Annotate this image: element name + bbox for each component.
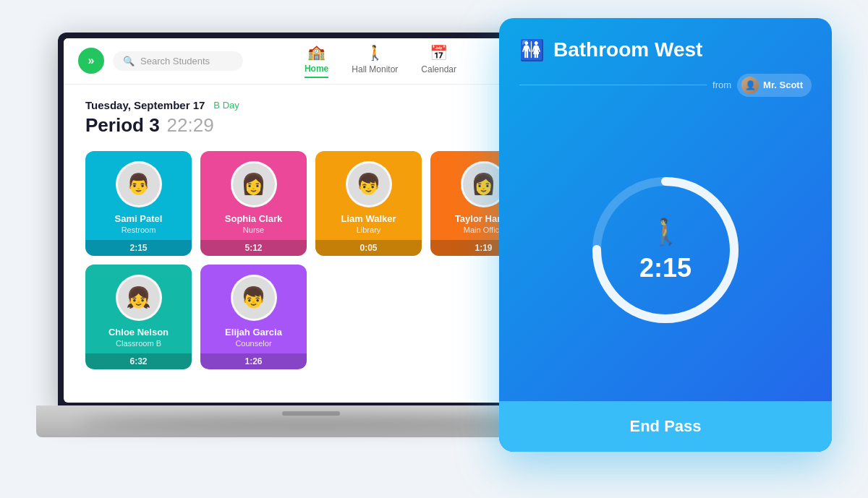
main-content: Tuesday, September 17 B Day Period 3 22:…: [64, 85, 558, 403]
timer-circle: 🚶 2:15: [586, 171, 745, 330]
student-time: 6:32: [85, 353, 192, 369]
student-time: 5:12: [200, 240, 307, 256]
from-divider: [519, 85, 707, 85]
student-time: 1:26: [200, 353, 307, 369]
period-label: Period 3: [85, 114, 160, 137]
student-avatar: 👨: [116, 161, 162, 207]
day-badge: B Day: [213, 100, 239, 111]
student-destination: Counselor: [235, 339, 271, 348]
student-cards-grid: 👨 Sami Patel Restroom 2:15 👩 Sophia Clar…: [85, 151, 537, 369]
student-card[interactable]: 👨 Sami Patel Restroom 2:15: [85, 151, 192, 256]
app-logo[interactable]: »: [78, 48, 104, 74]
nav-tabs: 🏫 Home 🚶 Hall Monitor 📅 Calendar: [305, 43, 456, 78]
student-name: Sophia Clark: [225, 213, 282, 224]
timer-container: 🚶 2:15: [519, 111, 812, 390]
student-destination: Classroom B: [116, 339, 161, 348]
from-label: from: [712, 80, 731, 90]
teacher-badge: 👤 Mr. Scott: [737, 74, 812, 97]
teacher-avatar: 👤: [741, 77, 759, 94]
student-card[interactable]: 👧 Chloe Nelson Classroom B 6:32: [85, 265, 192, 369]
student-time: 2:15: [85, 240, 192, 256]
student-avatar: 👦: [231, 275, 277, 321]
pass-panel: 🚻 Bathroom West from 👤 Mr. Scott 🚶: [499, 18, 832, 452]
pass-header: 🚻 Bathroom West: [519, 38, 812, 62]
laptop-shadow: [80, 416, 542, 430]
calendar-icon: 📅: [430, 44, 448, 61]
student-destination: Nurse: [243, 226, 264, 234]
tab-hall-monitor[interactable]: 🚶 Hall Monitor: [352, 44, 398, 77]
student-destination: Main Office: [464, 226, 503, 234]
tab-home[interactable]: 🏫 Home: [305, 43, 328, 78]
pass-from-row: from 👤 Mr. Scott: [519, 74, 812, 97]
period-time: 22:29: [167, 114, 214, 137]
search-icon: 🔍: [123, 56, 135, 66]
pass-location: Bathroom West: [553, 38, 702, 61]
nav-bar: » 🔍 Search Students 🏫 Home 🚶 Hall: [64, 38, 558, 85]
timer-svg: [586, 171, 745, 330]
date-text: Tuesday, September 17: [85, 99, 205, 111]
hall-monitor-icon: 🚶: [366, 44, 384, 61]
search-placeholder: Search Students: [140, 56, 210, 66]
hall-monitor-tab-label: Hall Monitor: [352, 64, 398, 74]
student-time: 0:05: [315, 240, 422, 256]
student-card[interactable]: 👦 Elijah Garcia Counselor 1:26: [200, 265, 307, 369]
laptop-screen: » 🔍 Search Students 🏫 Home 🚶 Hall: [64, 38, 558, 403]
student-name: Liam Walker: [341, 213, 396, 224]
tab-calendar[interactable]: 📅 Calendar: [421, 44, 456, 77]
student-avatar: 👩: [231, 161, 277, 207]
teacher-name: Mr. Scott: [763, 80, 803, 90]
home-tab-label: Home: [305, 64, 328, 74]
student-name: Chloe Nelson: [109, 327, 169, 338]
date-header: Tuesday, September 17 B Day: [85, 99, 537, 111]
student-avatar: 👧: [116, 275, 162, 321]
student-name: Sami Patel: [115, 213, 163, 224]
calendar-tab-label: Calendar: [421, 64, 456, 74]
scene: » 🔍 Search Students 🏫 Home 🚶 Hall: [36, 18, 832, 481]
student-card[interactable]: 👩 Sophia Clark Nurse 5:12: [200, 151, 307, 256]
student-card[interactable]: 👦 Liam Walker Library 0:05: [315, 151, 422, 256]
student-avatar: 👦: [346, 161, 392, 207]
student-name: Elijah Garcia: [225, 327, 282, 338]
search-bar[interactable]: 🔍 Search Students: [113, 51, 243, 71]
home-icon: 🏫: [307, 43, 326, 61]
end-pass-button[interactable]: End Pass: [499, 401, 832, 452]
student-destination: Library: [357, 226, 381, 234]
student-destination: Restroom: [122, 226, 156, 234]
bathroom-icon: 🚻: [519, 38, 545, 62]
period-line: Period 3 22:29: [85, 114, 537, 137]
laptop-bezel: » 🔍 Search Students 🏫 Home 🚶 Hall: [58, 33, 564, 408]
